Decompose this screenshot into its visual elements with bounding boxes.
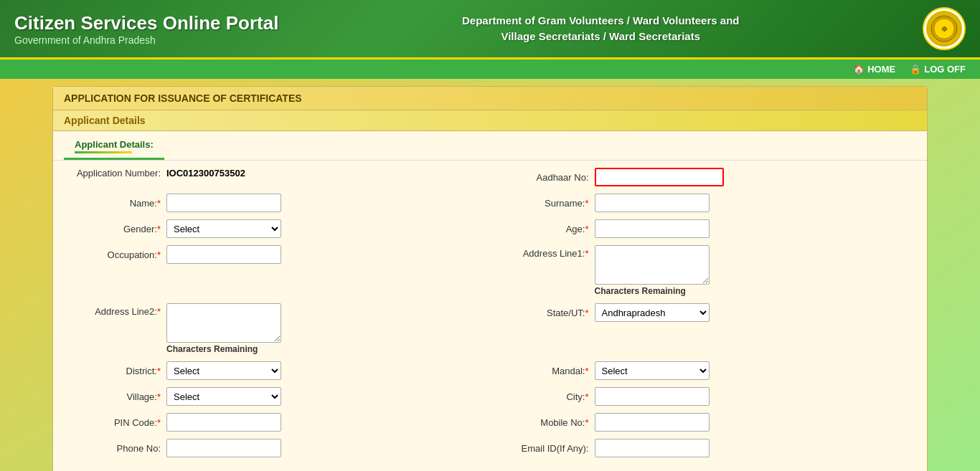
aadhaar-input[interactable] (595, 168, 724, 186)
logoff-label: LOG OFF (924, 64, 966, 75)
group-village: Village:* Select (67, 387, 485, 406)
address1-group: Characters Remaining (595, 245, 710, 296)
surname-label: Surname:* (496, 198, 589, 209)
city-label: City:* (496, 391, 589, 402)
phone-input[interactable] (166, 439, 281, 457)
state-emblem: ☸ (926, 11, 962, 47)
dept-line2: Village Secretariats / Ward Secretariats (462, 29, 739, 45)
mobile-label: Mobile No:* (496, 417, 589, 428)
section-title: APPLICATION FOR ISSUANCE OF CERTIFICATES (64, 92, 302, 104)
header-left: Citizen Services Online Portal Governmen… (14, 12, 278, 46)
applicant-section-title: Applicant Details (64, 115, 146, 126)
address1-label: Address Line1:* (496, 245, 589, 259)
address2-label: Address Line2:* (67, 303, 161, 317)
row-phone-email: Phone No: Email ID(If Any): (67, 439, 913, 457)
portal-subtitle: Government of Andhra Pradesh (14, 34, 278, 46)
state-select[interactable]: Andhrapradesh Telangana Tamil Nadu Karna… (595, 303, 710, 322)
dept-line1: Department of Gram Volunteers / Ward Vol… (462, 13, 739, 29)
email-input[interactable] (595, 439, 710, 457)
emblem-container: ☸ (923, 7, 966, 50)
group-surname: Surname:* (496, 194, 913, 212)
name-label: Name:* (67, 198, 161, 209)
svg-text:☸: ☸ (941, 25, 948, 33)
row-pin-mobile: PIN Code:* Mobile No:* (67, 413, 913, 432)
district-label: District:* (67, 366, 161, 376)
group-address1: Address Line1:* Characters Remaining (496, 245, 913, 296)
mandal-label: Mandal:* (496, 366, 589, 376)
tab-label: Applicant Details: (75, 139, 154, 150)
address1-textarea[interactable] (595, 245, 710, 285)
logoff-link[interactable]: 🔒 LOG OFF (910, 64, 966, 75)
mobile-input[interactable] (595, 413, 710, 432)
phone-label: Phone No: (67, 443, 161, 454)
group-city: City:* (496, 387, 913, 406)
portal-title: Citizen Services Online Portal (14, 12, 278, 34)
address2-group: Characters Remaining (166, 303, 281, 354)
group-aadhaar: Aadhaar No: (496, 168, 913, 186)
village-label: Village:* (67, 391, 161, 402)
email-label: Email ID(If Any): (496, 443, 589, 454)
state-label: State/UT:* (496, 308, 589, 318)
group-state: State/UT:* Andhrapradesh Telangana Tamil… (496, 303, 913, 322)
tab-underline (75, 151, 132, 153)
group-district: District:* Select (67, 361, 485, 380)
occupation-input[interactable] (166, 245, 281, 264)
mandal-select[interactable]: Select (595, 361, 710, 380)
group-email: Email ID(If Any): (496, 439, 913, 457)
row-occupation-address1: Occupation:* Address Line1:* Characters … (67, 245, 913, 296)
group-pincode: PIN Code:* (67, 413, 485, 432)
group-name: Name:* (67, 194, 485, 212)
home-link[interactable]: 🏠 HOME (853, 64, 895, 75)
age-input[interactable] (595, 219, 710, 238)
group-phone: Phone No: (67, 439, 485, 457)
row-address2-state: Address Line2:* Characters Remaining Sta… (67, 303, 913, 354)
header: Citizen Services Online Portal Governmen… (0, 0, 980, 60)
group-age: Age:* (496, 219, 913, 238)
group-mobile: Mobile No:* (496, 413, 913, 432)
surname-input[interactable] (595, 194, 710, 212)
district-select[interactable]: Select (166, 361, 281, 380)
dept-info: Department of Gram Volunteers / Ward Vol… (462, 13, 739, 45)
group-mandal: Mandal:* Select (496, 361, 913, 380)
row-gender-age: Gender:* Select Male Female Other Age:* (67, 219, 913, 238)
navbar: 🏠 HOME 🔒 LOG OFF (0, 60, 980, 79)
home-label: HOME (867, 64, 895, 75)
gender-label: Gender:* (67, 224, 161, 234)
home-icon: 🏠 (853, 64, 864, 75)
application-number-value: IOC012300753502 (166, 168, 245, 179)
age-label: Age:* (496, 224, 589, 234)
name-input[interactable] (166, 194, 281, 212)
row-district-mandal: District:* Select Mandal:* Select (67, 361, 913, 380)
aadhaar-label: Aadhaar No: (496, 172, 589, 183)
gender-select[interactable]: Select Male Female Other (166, 219, 281, 238)
address2-textarea[interactable] (166, 303, 281, 343)
main-content: APPLICATION FOR ISSUANCE OF CERTIFICATES… (52, 86, 928, 471)
village-select[interactable]: Select (166, 387, 281, 406)
row-appnum-aadhaar: Application Number: IOC012300753502 Aadh… (67, 168, 913, 186)
group-gender: Gender:* Select Male Female Other (67, 219, 485, 238)
applicant-tabs: Applicant Details: (53, 131, 927, 161)
application-number-label: Application Number: (67, 168, 161, 179)
group-address2: Address Line2:* Characters Remaining (67, 303, 485, 354)
tab-applicant-details[interactable]: Applicant Details: (64, 135, 164, 160)
pincode-input[interactable] (166, 413, 281, 432)
pincode-label: PIN Code:* (67, 417, 161, 428)
occupation-label: Occupation:* (67, 249, 161, 260)
row-village-city: Village:* Select City:* (67, 387, 913, 406)
chars-remaining-1: Characters Remaining (595, 286, 686, 296)
row-name-surname: Name:* Surname:* (67, 194, 913, 212)
lock-icon: 🔒 (910, 64, 921, 75)
group-occupation: Occupation:* (67, 245, 485, 264)
group-application-number: Application Number: IOC012300753502 (67, 168, 485, 179)
form-area: Application Number: IOC012300753502 Aadh… (53, 161, 927, 471)
chars-remaining-2: Characters Remaining (166, 344, 258, 354)
city-input[interactable] (595, 387, 710, 406)
section-header: APPLICATION FOR ISSUANCE OF CERTIFICATES (53, 87, 927, 110)
